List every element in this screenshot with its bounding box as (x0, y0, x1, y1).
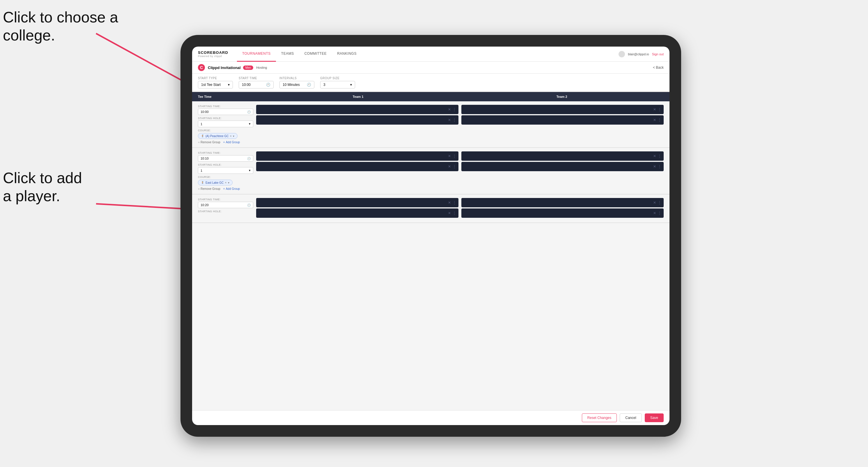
tab-committee[interactable]: COMMITTEE (299, 46, 332, 62)
add-group-btn-2[interactable]: + Add Group (223, 187, 240, 190)
chevron-icon-3[interactable]: ⋮ (658, 107, 661, 112)
starting-hole-label-3: STARTING HOLE: (198, 210, 253, 213)
close-icon-5[interactable]: ✕ (448, 154, 451, 158)
chevron-icon-8[interactable]: ⋮ (658, 164, 661, 168)
intervals-select[interactable]: 10 Minutes 🕙 (279, 81, 314, 89)
tab-rankings[interactable]: RANKINGS (332, 46, 362, 62)
clock-icon-2: 🕙 (307, 83, 311, 87)
player-slot-t1-1[interactable]: ✕ ⋮ (256, 105, 459, 114)
start-time-input[interactable]: 10:00 🕙 (239, 81, 274, 89)
close-icon-2[interactable]: ✕ (448, 118, 451, 122)
chevron-icon-12[interactable]: ⋮ (658, 211, 661, 215)
team2-players-1: ✕ ⋮ ✕ ⋮ (461, 105, 664, 126)
close-icon-12[interactable]: ✕ (653, 211, 656, 215)
group-actions-2: ○ Remove Group + Add Group (198, 187, 253, 190)
chevron-icon[interactable]: ⋮ (453, 107, 456, 112)
group-size-label: Group Size (320, 76, 355, 80)
group-right-1: ✕ ⋮ ✕ ⋮ ✕ ⋮ ✕ (256, 105, 664, 126)
table-header: Tee Time Team 1 Team 2 (192, 92, 670, 101)
starting-time-input-1[interactable]: 10:00 🕙 (198, 108, 253, 115)
close-icon[interactable]: ✕ (448, 107, 451, 112)
sub-header: C Clippd Invitational Men Hosting < Back (192, 62, 670, 74)
close-icon-4[interactable]: ✕ (653, 118, 656, 122)
player-slot-t2-2[interactable]: ✕ ⋮ (461, 115, 664, 125)
remove-group-btn-1[interactable]: ○ Remove Group (198, 141, 220, 144)
group-size-group: Group Size 3 ▾ (320, 76, 355, 89)
annotation-player-text: Click to adda player. (3, 169, 82, 205)
minus-icon-1: ○ (198, 141, 200, 144)
remove-group-btn-2[interactable]: ○ Remove Group (198, 187, 220, 190)
start-type-select[interactable]: 1st Tee Start ▾ (198, 81, 233, 89)
group-right-2: ✕ ⋮ ✕ ⋮ ✕ ⋮ ✕ (256, 151, 664, 173)
course-tag-1[interactable]: 🏌 (A) Peachtree GC × ▾ (198, 133, 238, 139)
player-slot-t2-1[interactable]: ✕ ⋮ (461, 105, 664, 114)
chevron-icon-6[interactable]: ⋮ (453, 164, 456, 168)
form-controls: Start Type 1st Tee Start ▾ Start Time 10… (192, 74, 670, 92)
player-slot-t1-4[interactable]: ✕ ⋮ (256, 162, 459, 171)
group-row-2: STARTING TIME: 10:10 🕙 STARTING HOLE: 1 … (192, 148, 670, 194)
close-icon-11[interactable]: ✕ (653, 200, 656, 205)
close-icon-7[interactable]: ✕ (653, 154, 656, 158)
chevron-icon-11[interactable]: ⋮ (658, 200, 661, 205)
starting-time-input-2[interactable]: 10:10 🕙 (198, 155, 253, 162)
user-avatar (619, 51, 625, 57)
group-actions-1: ○ Remove Group + Add Group (198, 141, 253, 144)
tab-teams[interactable]: TEAMS (276, 46, 299, 62)
close-icon-6[interactable]: ✕ (448, 164, 451, 168)
cancel-button[interactable]: Cancel (620, 413, 642, 422)
tablet-screen: SCOREBOARD Powered by clippd TOURNAMENTS… (192, 46, 670, 425)
close-icon-10[interactable]: ✕ (448, 211, 451, 215)
starting-hole-input-1[interactable]: 1 ▾ (198, 121, 253, 127)
save-button[interactable]: Save (645, 413, 664, 422)
player-slot-t1-6[interactable]: ✕ ⋮ (256, 209, 459, 218)
chevron-icon-4[interactable]: ⋮ (658, 118, 661, 122)
course-tag-2[interactable]: 🏌 East Lake GC × ▾ (198, 180, 232, 185)
group-left-3: STARTING TIME: 10:20 🕙 STARTING HOLE: (198, 198, 253, 214)
app-footer: Reset Changes Cancel Save (192, 410, 670, 425)
add-group-btn-1[interactable]: + Add Group (223, 141, 240, 144)
reset-changes-button[interactable]: Reset Changes (582, 413, 617, 422)
scoreboard-title: SCOREBOARD (198, 50, 228, 55)
close-icon-3[interactable]: ✕ (653, 107, 656, 112)
team2-players-2: ✕ ⋮ ✕ ⋮ (461, 151, 664, 173)
chevron-down-icon-6[interactable]: ▾ (228, 181, 229, 184)
tab-tournaments[interactable]: TOURNAMENTS (237, 46, 276, 62)
back-button[interactable]: < Back (653, 65, 664, 70)
chevron-icon-5[interactable]: ⋮ (453, 154, 456, 158)
chevron-icon-2[interactable]: ⋮ (453, 118, 456, 122)
player-slot-t2-5[interactable]: ✕ ⋮ (461, 198, 664, 207)
col-team1: Team 1 (256, 95, 460, 98)
clippd-logo: C (198, 64, 205, 71)
tournament-name: Clippd Invitational (208, 65, 241, 70)
player-slot-t2-6[interactable]: ✕ ⋮ (461, 209, 664, 218)
chevron-icon-7[interactable]: ⋮ (658, 154, 661, 158)
group-size-select[interactable]: 3 ▾ (320, 81, 355, 89)
course-remove-icon-1[interactable]: × (230, 134, 231, 138)
chevron-down-icon-5: ▾ (249, 168, 251, 173)
player-slot-t1-3[interactable]: ✕ ⋮ (256, 151, 459, 161)
minus-icon-2: ○ (198, 187, 200, 190)
course-remove-icon-2[interactable]: × (225, 181, 226, 184)
close-icon-9[interactable]: ✕ (448, 200, 451, 205)
course-row-1: 🏌 (A) Peachtree GC × ▾ (198, 133, 253, 139)
chevron-icon-9[interactable]: ⋮ (453, 200, 456, 205)
sign-out-link[interactable]: Sign out (652, 53, 664, 56)
player-slot-t1-2[interactable]: ✕ ⋮ (256, 115, 459, 125)
intervals-label: Intervals (279, 76, 314, 80)
clock-icon-3: 🕙 (247, 110, 251, 114)
starting-time-label-1: STARTING TIME: (198, 105, 253, 108)
player-slot-t1-5[interactable]: ✕ ⋮ (256, 198, 459, 207)
player-slot-t2-4[interactable]: ✕ ⋮ (461, 162, 664, 171)
chevron-down-icon-4[interactable]: ▾ (233, 134, 234, 138)
start-type-label: Start Type (198, 76, 233, 80)
starting-time-input-3[interactable]: 10:20 🕙 (198, 202, 253, 208)
group-row-3: STARTING TIME: 10:20 🕙 STARTING HOLE: ✕ … (192, 194, 670, 223)
starting-hole-input-2[interactable]: 1 ▾ (198, 167, 253, 174)
plus-icon-2: + (223, 187, 225, 190)
player-slot-t2-3[interactable]: ✕ ⋮ (461, 151, 664, 161)
user-email: blair@clippd.io (628, 53, 649, 56)
close-icon-8[interactable]: ✕ (653, 164, 656, 168)
team2-players-3: ✕ ⋮ ✕ ⋮ (461, 198, 664, 219)
chevron-icon-10[interactable]: ⋮ (453, 211, 456, 215)
clock-icon: 🕙 (266, 83, 271, 87)
